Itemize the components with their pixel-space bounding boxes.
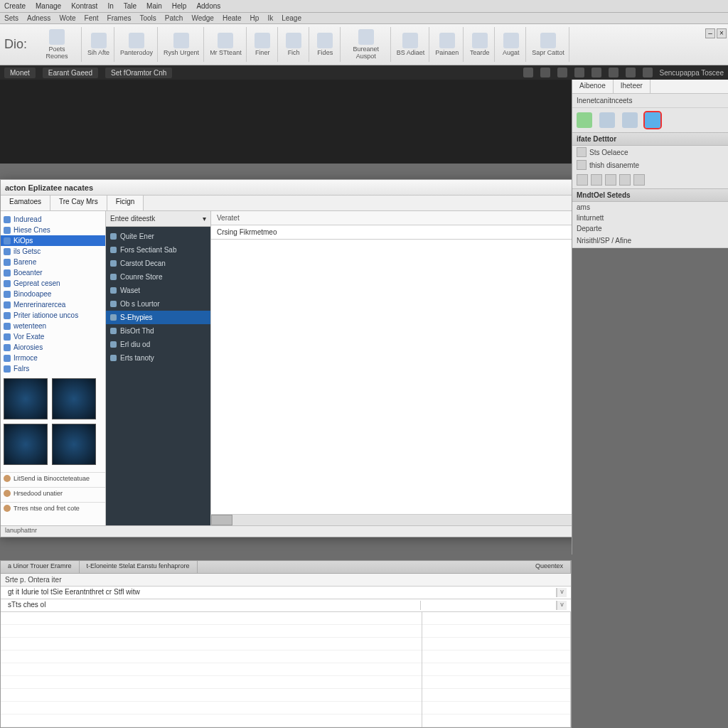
tool-icon-selected[interactable]	[645, 112, 660, 128]
category-item[interactable]: Carstot Decan	[106, 257, 210, 270]
document-tab[interactable]: Earant Gaeed	[43, 68, 98, 78]
ribbon-group[interactable]: Poets Reones	[33, 27, 82, 62]
menu-item[interactable]: Wedge	[191, 14, 214, 22]
dropdown-icon[interactable]: v	[557, 601, 567, 610]
menu-item[interactable]: Sets	[4, 14, 18, 22]
close-button[interactable]: ×	[717, 28, 727, 38]
category-item[interactable]: Fors Sectiant Sab	[106, 243, 210, 257]
property-row[interactable]: Departe	[572, 223, 728, 234]
output-tab[interactable]: t-Eloneinte Stelat Eanstu fenhaprore	[80, 561, 198, 573]
category-item[interactable]: BisOrt Thd	[106, 324, 210, 338]
thumbnail[interactable]	[4, 424, 48, 465]
property-row[interactable]: Sts Oelaece	[572, 146, 728, 159]
tool-button[interactable]	[591, 174, 602, 186]
toolbar-icon[interactable]	[626, 68, 636, 77]
category-header[interactable]: Entee diteestk ▾	[106, 211, 210, 227]
tool-button[interactable]	[605, 174, 616, 186]
thumbnail[interactable]	[52, 378, 96, 419]
tree-item[interactable]: wetenteen	[1, 321, 105, 331]
properties-tab[interactable]: Iheteer	[614, 80, 651, 93]
toolbar-icon[interactable]	[540, 68, 550, 77]
tree-item[interactable]: Falrs	[1, 363, 105, 374]
document-tab[interactable]: Monet	[4, 68, 36, 78]
properties-group-header[interactable]: ifate Detttor	[572, 132, 728, 146]
tree-item[interactable]: Aiorosies	[1, 342, 105, 353]
property-row[interactable]: linturnett	[572, 213, 728, 223]
tree-item[interactable]: Binodoapee	[1, 289, 105, 299]
tree-item[interactable]: Irrmoce	[1, 353, 105, 363]
ribbon-group[interactable]: Fich	[279, 27, 309, 62]
explorer-titlebar[interactable]: acton Eplizatee nacates □ ×	[1, 180, 605, 196]
toolbar-icon[interactable]	[643, 68, 653, 77]
tree-item[interactable]: Vor Exate	[1, 331, 105, 342]
tree-item[interactable]: Hiese Cnes	[1, 225, 105, 235]
explorer-tab[interactable]: Eamatoes	[1, 196, 50, 210]
ribbon-group[interactable]: Mr STteant	[205, 27, 247, 62]
toolbar-icon[interactable]	[609, 68, 619, 77]
menu-item[interactable]: Ik	[267, 14, 273, 22]
ribbon-group[interactable]: Panterodoy	[116, 27, 158, 62]
category-item[interactable]: Erl diu od	[106, 338, 210, 351]
menu-item[interactable]: Wote	[59, 14, 75, 22]
checkbox-icon[interactable]	[577, 147, 587, 157]
thumbnail[interactable]	[4, 378, 48, 419]
tool-icon[interactable]	[622, 112, 638, 128]
toolbar-icon[interactable]	[557, 68, 567, 77]
menu-item[interactable]: Fent	[85, 14, 99, 22]
menu-item[interactable]: Kontrast	[71, 2, 97, 10]
explorer-tab[interactable]: Tre Cay Mrs	[50, 196, 107, 210]
tree-item[interactable]: ils Getsc	[1, 246, 105, 257]
chevron-down-icon[interactable]: ▾	[203, 215, 206, 223]
tree-item[interactable]: Priter iationoe uncos	[1, 310, 105, 321]
category-item[interactable]: Quite Ener	[106, 230, 210, 243]
menu-item[interactable]: Tale	[124, 2, 136, 10]
tree-item[interactable]: Induread	[1, 214, 105, 225]
menu-item[interactable]: Frames	[107, 14, 132, 22]
breadcrumb[interactable]: Crsing Fikrmetmeo	[211, 225, 605, 240]
category-item[interactable]: Counre Store	[106, 270, 210, 284]
document-tab[interactable]: Set fOramtor Cnh	[105, 68, 172, 78]
output-dropdown[interactable]: Queentex	[528, 561, 571, 573]
tree-footer-item[interactable]: Hrsedood unatier	[1, 487, 105, 499]
tool-button[interactable]	[619, 174, 631, 186]
property-row[interactable]: ams	[572, 202, 728, 213]
ribbon-group[interactable]: Tearde	[465, 27, 495, 62]
menu-item[interactable]: Tools	[139, 14, 156, 22]
menu-item[interactable]: Create	[4, 2, 26, 10]
tree-item[interactable]: Gepreat cesen	[1, 278, 105, 289]
tool-button[interactable]	[633, 174, 645, 186]
tool-icon[interactable]	[599, 112, 615, 128]
ribbon-group[interactable]: Bureanet Auspot	[342, 27, 391, 62]
tree-footer-item[interactable]: LitSend ia Binoccteteatuae	[1, 472, 105, 484]
menu-item[interactable]: Leage	[282, 14, 301, 22]
menu-item[interactable]: Main	[146, 2, 162, 10]
content-scrollbar[interactable]	[211, 514, 605, 525]
menu-item[interactable]: In	[107, 2, 113, 10]
toolbar-icon[interactable]	[592, 68, 601, 77]
tree-item[interactable]: Boeanter	[1, 267, 105, 278]
menu-item[interactable]: Manage	[36, 2, 61, 10]
ribbon-group[interactable]: Fides	[311, 27, 341, 62]
tree-item[interactable]: Menrerinarercea	[1, 299, 105, 310]
minimize-button[interactable]: –	[705, 28, 715, 38]
output-grid[interactable]	[1, 612, 571, 727]
ribbon-group[interactable]: Painaen	[431, 27, 464, 62]
properties-tab[interactable]: Aibenoe	[572, 80, 614, 93]
menu-item[interactable]: Help	[172, 2, 187, 10]
ribbon-group[interactable]: BS Adiaet	[392, 27, 430, 62]
category-item[interactable]: Erts tanoty	[106, 351, 210, 365]
properties-group-header[interactable]: MndtOel Seteds	[572, 188, 728, 202]
ribbon-group[interactable]: Sih Afte	[83, 27, 114, 62]
menu-item[interactable]: Hp	[250, 14, 259, 22]
thumbnail[interactable]	[52, 424, 96, 465]
menu-item[interactable]: Patch	[165, 14, 183, 22]
menu-item[interactable]: Addons	[196, 2, 220, 10]
property-row[interactable]: thish disanemte	[572, 159, 728, 171]
menu-item[interactable]: Adness	[27, 14, 50, 22]
ribbon-group[interactable]: Rysh Urgent	[159, 27, 204, 62]
tree-item[interactable]: KiOps	[1, 235, 105, 246]
ribbon-group[interactable]: Finer	[248, 27, 278, 62]
ribbon-group[interactable]: Sapr Cattot	[528, 27, 569, 62]
explorer-tab[interactable]: Ficign	[107, 196, 144, 210]
category-item[interactable]: Ob s Lourtor	[106, 297, 210, 311]
